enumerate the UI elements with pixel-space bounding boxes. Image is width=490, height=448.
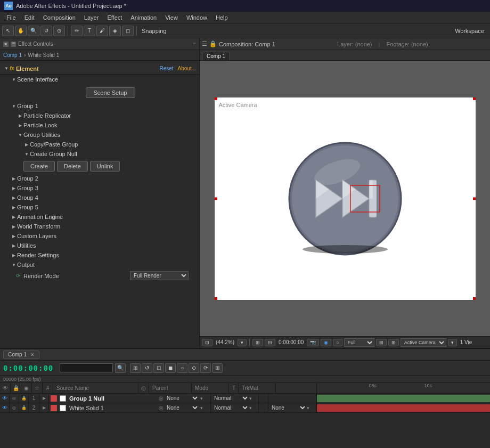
particle-replicator-arrow[interactable] [17,112,23,119]
comp-camera-select[interactable]: Active Camera [401,338,446,347]
layer1-parent-select[interactable]: None [165,395,199,402]
render-mode-select[interactable]: Full Render [130,271,189,280]
menu-help[interactable]: Help [211,13,232,22]
render-settings-row[interactable]: Render Settings [0,250,199,260]
tl-btn-4[interactable]: ◼ [165,363,176,373]
custom-layers-arrow[interactable] [11,233,17,239]
panel-options-btn[interactable]: ≡ [193,41,196,47]
toolbar-text-tool[interactable]: T [84,26,95,36]
layer1-mode-select[interactable]: Normal [212,395,249,402]
toolbar-camera-tool[interactable]: ⊙ [53,26,65,36]
world-transform-row[interactable]: World Transform [0,222,199,231]
menu-view[interactable]: View [161,13,182,22]
world-transform-arrow[interactable] [11,223,17,230]
layer2-trkmat-dropdown[interactable]: ▾ [307,405,309,411]
menu-effect[interactable]: Effect [103,13,126,22]
layer2-checkbox[interactable] [60,405,66,411]
particle-look-row[interactable]: Particle Look [0,120,199,130]
group2-row[interactable]: Group 2 [0,174,199,183]
copy-paste-arrow[interactable] [23,141,30,148]
layer2-solo-btn[interactable]: ◎ [10,403,19,413]
layer2-trkmat-select[interactable]: None [270,404,307,411]
menu-composition[interactable]: Composition [39,13,80,22]
tl-btn-3[interactable]: ⊡ [153,363,164,373]
layer2-parent-dropdown[interactable]: ▾ [200,405,203,411]
create-group-null-row[interactable]: Create Group Null [0,149,199,159]
comp-panel-icon[interactable]: ☰ [202,40,207,47]
toolbar-stamp-tool[interactable]: ◈ [109,26,121,36]
group2-arrow[interactable] [11,175,17,182]
scene-interface-arrow[interactable] [11,76,17,83]
timeline-tab-close[interactable]: ✕ [30,352,35,357]
layer2-mode-dropdown[interactable]: ▾ [249,405,252,411]
comp-tab[interactable]: Comp 1 [202,52,230,60]
delete-btn[interactable]: Delete [57,161,88,172]
comp-lock-btn[interactable]: 🔒 [209,40,217,47]
layer2-expand-btn[interactable]: ▶ [39,403,49,413]
menu-file[interactable]: File [2,13,20,22]
tl-btn-6[interactable]: ⊙ [189,363,199,373]
comp-fit-btn[interactable]: ⊞ [252,339,263,346]
layer1-solo-btn[interactable]: ◎ [10,394,19,403]
group5-arrow[interactable] [11,204,17,210]
element-expand-arrow[interactable] [3,66,10,72]
custom-layers-row[interactable]: Custom Layers [0,231,199,241]
tl-btn-2[interactable]: ↺ [142,363,152,373]
menu-window[interactable]: Window [182,13,211,22]
group-utilities-arrow[interactable] [17,132,23,138]
group5-row[interactable]: Group 5 [0,202,199,212]
group1-row[interactable]: Group 1 [0,101,199,111]
comp-zoom-dropdown[interactable]: ▾ [238,339,247,346]
toolbar-pen-tool[interactable]: ✏ [71,26,83,36]
effect-about-btn[interactable]: About... [178,66,196,71]
tl-btn-5[interactable]: ○ [177,363,187,373]
toolbar-hand-tool[interactable]: ✋ [15,26,27,36]
comp-camera-btn[interactable]: 📷 [307,339,319,346]
tl-btn-7[interactable]: ⟳ [200,363,211,373]
output-arrow[interactable] [11,262,17,268]
panel-close-btn[interactable]: ■ [3,42,9,47]
breadcrumb-comp[interactable]: Comp 1 [3,52,22,58]
group4-arrow[interactable] [11,194,17,201]
toolbar-brush-tool[interactable]: 🖌 [96,26,108,36]
menu-layer[interactable]: Layer [80,13,103,22]
layer2-vis-btn[interactable]: 👁 [0,403,10,413]
timeline-tab[interactable]: Comp 1 ✕ [3,351,39,359]
effect-element-row[interactable]: fx Element Reset About... [0,63,199,75]
layer1-parent-dropdown[interactable]: ▾ [200,396,203,401]
comp-grid-toggle[interactable]: ⊞ [388,339,399,346]
layer1-mode-dropdown[interactable]: ▾ [249,396,252,401]
group4-row[interactable]: Group 4 [0,193,199,202]
layer1-vis-btn[interactable]: 👁 [0,394,10,403]
effect-reset-btn[interactable]: Reset [159,66,173,71]
layer1-checkbox[interactable] [60,395,66,402]
utilities-row[interactable]: Utilities [0,241,199,250]
comp-quality-select[interactable]: Full Half Quarter [344,338,374,347]
comp-color-btn[interactable]: ◉ [321,339,331,346]
copy-paste-group-row[interactable]: Copy/Paste Group [0,140,199,149]
group3-arrow[interactable] [11,185,17,191]
timeline-search-btn[interactable]: 🔍 [115,363,126,373]
panel-menu-btn[interactable]: ☰ [11,42,16,47]
timeline-search-input[interactable] [60,363,113,372]
layer2-mode-select[interactable]: Normal [212,404,249,411]
menu-edit[interactable]: Edit [20,13,39,22]
comp-expand-btn[interactable]: ⊞ [376,339,387,346]
group1-arrow[interactable] [11,103,17,109]
toolbar-rotate-tool[interactable]: ↺ [40,26,52,36]
group3-row[interactable]: Group 3 [0,183,199,193]
comp-snap-btn[interactable]: ⊡ [202,339,213,346]
group-utilities-row[interactable]: Group Utilities [0,130,199,140]
tl-btn-8[interactable]: ⊞ [212,363,223,373]
layer1-lock-btn[interactable]: 🔒 [19,394,29,403]
toolbar-arrow-tool[interactable]: ↖ [2,26,14,36]
tl-btn-1[interactable]: ⊞ [130,363,141,373]
render-settings-arrow[interactable] [11,252,17,258]
particle-replicator-row[interactable]: Particle Replicator [0,111,199,120]
create-btn[interactable]: Create [23,161,55,172]
comp-grid-btn[interactable]: ⊟ [265,339,275,346]
layer1-expand-btn[interactable]: ▶ [39,394,49,403]
utilities-arrow[interactable] [11,242,17,249]
create-group-null-arrow[interactable] [23,151,30,157]
comp-view-select[interactable]: ▾ [448,339,457,346]
